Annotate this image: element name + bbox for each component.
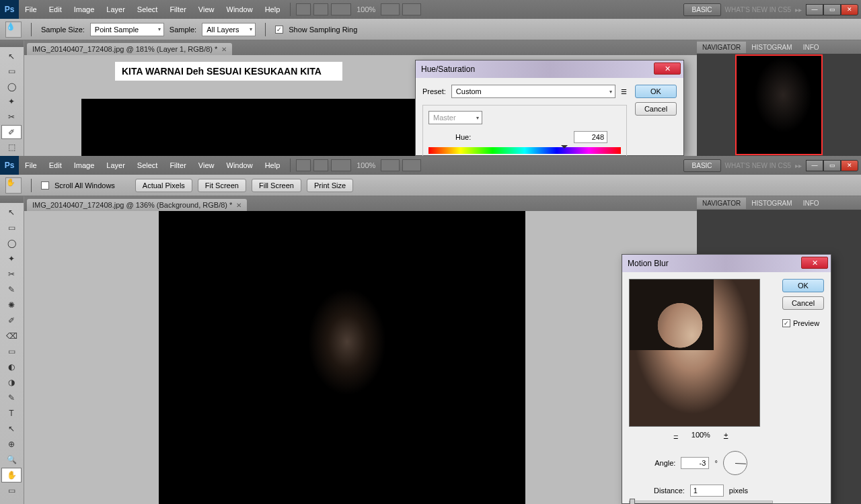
menu-edit[interactable]: Edit (43, 5, 68, 13)
wand-tool[interactable]: ✦ (1, 95, 22, 110)
hue-saturation-dialog[interactable]: Hue/Saturation ✕ Preset: Custom ☰ Master… (415, 60, 684, 156)
show-ring-checkbox[interactable]: ✓ (275, 26, 283, 34)
menu-view[interactable]: View (192, 161, 221, 169)
menu-layer[interactable]: Layer (100, 5, 131, 13)
panel-tab-info[interactable]: INFO (798, 42, 825, 53)
stamp-tool[interactable]: ⌫ (1, 329, 22, 343)
hue-slider[interactable] (428, 147, 621, 154)
window-restore-button[interactable]: ▭ (823, 4, 841, 15)
arrange-icon[interactable] (381, 3, 400, 15)
extras-icon[interactable] (331, 3, 351, 15)
preset-menu-icon[interactable]: ☰ (621, 88, 627, 95)
menu-image[interactable]: Image (68, 161, 101, 169)
preview-checkbox[interactable]: ✓ (782, 319, 790, 327)
ok-button[interactable]: OK (782, 279, 824, 292)
extras-icon[interactable] (331, 159, 351, 171)
hand-tool[interactable]: ✋ (1, 468, 22, 482)
preset-dropdown[interactable]: Custom (451, 85, 615, 98)
menu-help[interactable]: Help (259, 161, 287, 169)
window-minimize-button[interactable]: — (806, 160, 823, 171)
menu-filter[interactable]: Filter (163, 161, 192, 169)
window-minimize-button[interactable]: — (806, 4, 823, 15)
print-size-button[interactable]: Print Size (307, 179, 353, 192)
document-tab-top[interactable]: IMG_20140407_172408.jpg @ 181% (Layer 1,… (27, 43, 232, 55)
wand-tool[interactable]: ✦ (1, 251, 22, 266)
tab-close-icon[interactable]: ✕ (221, 46, 227, 53)
sample-dropdown[interactable]: All Layers (202, 23, 256, 36)
shape-tool[interactable]: ⊕ (1, 437, 22, 452)
crop-tool[interactable]: ✂ (1, 110, 22, 124)
launch-bridge-icon[interactable] (296, 3, 311, 15)
menu-image[interactable]: Image (68, 5, 101, 13)
more-workspaces-icon[interactable]: ▸▸ (795, 162, 802, 169)
move-tool[interactable]: ↖ (1, 49, 22, 64)
dialog-close-button[interactable]: ✕ (801, 257, 828, 269)
distance-slider-thumb[interactable] (630, 499, 635, 504)
move-tool[interactable]: ↖ (1, 205, 22, 220)
menu-select[interactable]: Select (131, 161, 164, 169)
dialog-titlebar[interactable]: Hue/Saturation ✕ (416, 60, 683, 78)
menu-window[interactable]: Window (221, 5, 259, 13)
menu-layer[interactable]: Layer (100, 161, 131, 169)
panel-tab-histogram[interactable]: HISTOGRAM (746, 42, 797, 53)
screenmode-icon[interactable] (402, 159, 421, 171)
blur-tool[interactable]: ✎ (1, 390, 22, 405)
more-workspaces-icon[interactable]: ▸▸ (795, 6, 802, 13)
cancel-button[interactable]: Cancel (782, 296, 824, 310)
screenmode-icon[interactable] (402, 3, 421, 15)
dialog-titlebar[interactable]: Motion Blur ✕ (622, 255, 831, 272)
angle-dial[interactable] (723, 451, 747, 475)
eyedropper-tool[interactable]: ✐ (1, 125, 22, 140)
zoom-level[interactable]: 100% (352, 5, 379, 13)
filter-preview[interactable] (629, 279, 760, 427)
workspace-basic-button[interactable]: BASIC (683, 159, 721, 172)
menu-window[interactable]: Window (221, 161, 259, 169)
workspace-basic-button[interactable]: BASIC (683, 3, 721, 16)
distance-input[interactable] (690, 485, 724, 497)
menu-select[interactable]: Select (131, 5, 164, 13)
zoom-in-button[interactable]: + (724, 431, 728, 439)
viewport-bottom[interactable] (24, 211, 697, 504)
panel-tab-navigator[interactable]: NAVIGATOR (697, 198, 746, 209)
menu-file[interactable]: File (19, 161, 43, 169)
minibridge-icon[interactable] (313, 3, 328, 15)
ok-button[interactable]: OK (635, 85, 677, 98)
dialog-close-button[interactable]: ✕ (654, 62, 681, 75)
window-close-button[interactable]: ✕ (841, 160, 858, 171)
motion-blur-dialog[interactable]: Motion Blur ✕ – 100% + Angle: ° Distance… (622, 254, 831, 504)
cancel-button[interactable]: Cancel (635, 102, 677, 116)
tab-close-icon[interactable]: ✕ (236, 202, 241, 209)
fill-screen-button[interactable]: Fill Screen (252, 179, 301, 192)
panel-tab-navigator[interactable]: NAVIGATOR (697, 42, 746, 53)
crop-tool[interactable]: ✂ (1, 267, 22, 282)
zoom-tool[interactable]: 🔍 (1, 452, 22, 467)
navigator-preview-top[interactable] (697, 54, 861, 156)
zoom-level[interactable]: 100% (352, 161, 379, 169)
menu-file[interactable]: File (19, 5, 43, 13)
minibridge-icon[interactable] (313, 159, 328, 171)
menu-view[interactable]: View (192, 5, 221, 13)
arrange-icon[interactable] (381, 159, 400, 171)
workspace-whatsnew-link[interactable]: WHAT'S NEW IN CS5 (725, 6, 791, 13)
hand-tool-icon[interactable]: ✋ (5, 177, 22, 194)
eraser-tool[interactable]: ◐ (1, 360, 22, 374)
color-swatch[interactable]: ▭ (1, 483, 22, 498)
panel-tab-info[interactable]: INFO (798, 198, 825, 209)
history-brush-tool[interactable]: ▭ (1, 344, 22, 359)
sample-size-dropdown[interactable]: Point Sample (90, 23, 164, 36)
lasso-tool[interactable]: ◯ (1, 79, 22, 94)
eyedropper-tool[interactable]: ✎ (1, 282, 22, 297)
channel-dropdown[interactable]: Master (428, 111, 482, 124)
angle-input[interactable] (681, 457, 709, 469)
workspace-whatsnew-link[interactable]: WHAT'S NEW IN CS5 (725, 162, 791, 169)
lasso-tool[interactable]: ◯ (1, 236, 22, 251)
launch-bridge-icon[interactable] (296, 159, 311, 171)
heal-tool[interactable]: ✺ (1, 298, 22, 312)
gradient-tool[interactable]: ◑ (1, 375, 22, 390)
eyedropper-tool-icon[interactable]: 💧 (5, 22, 22, 38)
menu-help[interactable]: Help (259, 5, 287, 13)
window-restore-button[interactable]: ▭ (823, 160, 841, 171)
panel-tab-histogram[interactable]: HISTOGRAM (746, 198, 797, 209)
scroll-all-checkbox[interactable] (41, 181, 49, 190)
window-close-button[interactable]: ✕ (841, 4, 858, 15)
